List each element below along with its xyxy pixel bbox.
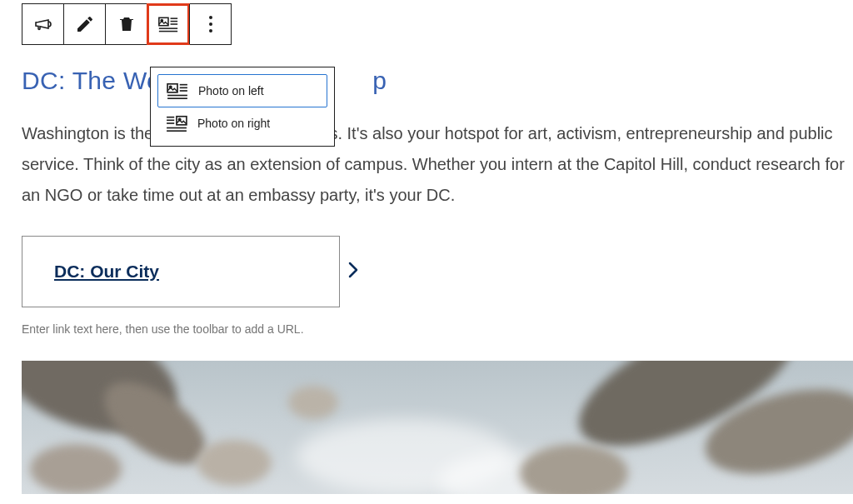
heading-text-suffix: p bbox=[372, 67, 387, 94]
option-label: Photo on left bbox=[198, 84, 264, 97]
helper-text: Enter link text here, then use the toolb… bbox=[22, 322, 850, 336]
more-button[interactable] bbox=[189, 4, 231, 44]
edit-button[interactable] bbox=[64, 4, 106, 44]
block-toolbar bbox=[22, 3, 232, 45]
layout-button[interactable] bbox=[147, 4, 189, 44]
page-content: DC: The World at Your Doorstep Washingto… bbox=[22, 67, 850, 494]
option-photo-left[interactable]: Photo on left bbox=[157, 74, 327, 107]
layout-dropdown: Photo on left Photo on right bbox=[150, 67, 335, 147]
svg-rect-7 bbox=[167, 84, 177, 92]
pencil-icon bbox=[75, 14, 95, 34]
option-label: Photo on right bbox=[197, 117, 270, 130]
hero-image bbox=[22, 361, 853, 494]
delete-button[interactable] bbox=[106, 4, 147, 44]
photo-right-icon bbox=[166, 114, 187, 132]
announce-button[interactable] bbox=[22, 4, 64, 44]
chevron-right-icon bbox=[346, 258, 361, 285]
more-icon bbox=[209, 16, 212, 32]
photo-left-icon bbox=[167, 82, 188, 100]
page-heading[interactable]: DC: The World at Your Doorstep bbox=[22, 67, 850, 95]
option-photo-right[interactable]: Photo on right bbox=[157, 107, 327, 139]
svg-rect-0 bbox=[159, 17, 168, 25]
heading-text-prefix: DC: The Wo bbox=[22, 67, 161, 94]
photo-layout-icon bbox=[158, 14, 178, 34]
megaphone-icon bbox=[33, 14, 53, 34]
svg-rect-14 bbox=[177, 117, 187, 125]
body-paragraph[interactable]: Washington is the epicenter of U.S. poli… bbox=[22, 118, 850, 211]
link-card-label[interactable]: DC: Our City bbox=[54, 262, 159, 282]
body-prefix: Washington is the bbox=[22, 124, 153, 142]
trash-icon bbox=[117, 14, 137, 34]
link-card[interactable]: DC: Our City bbox=[22, 236, 340, 307]
